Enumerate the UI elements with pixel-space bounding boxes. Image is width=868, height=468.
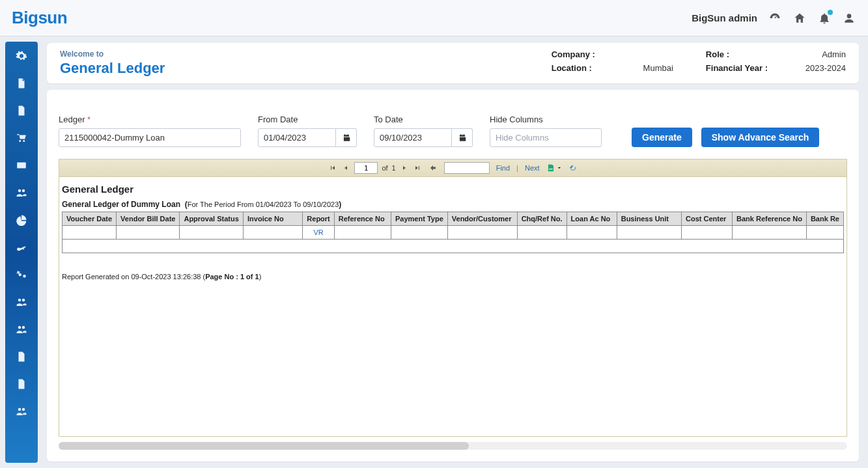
table-cell xyxy=(63,226,117,240)
sidebar xyxy=(5,42,38,463)
filter-buttons: Generate Show Advance Search xyxy=(632,128,819,147)
cart-icon[interactable] xyxy=(15,131,28,145)
column-header: Voucher Date xyxy=(63,212,117,226)
to-date-label: To Date xyxy=(374,115,473,124)
find-next-link[interactable]: Next xyxy=(525,164,540,172)
from-date-input[interactable] xyxy=(258,128,336,147)
card-icon[interactable] xyxy=(15,159,28,172)
table-cell xyxy=(117,226,180,240)
from-date-label: From Date xyxy=(258,115,357,124)
column-header: Bank Reference No xyxy=(733,212,807,226)
column-header: Chq/Ref No. xyxy=(517,212,567,226)
table-cell xyxy=(63,240,844,253)
topbar: Bigsun BigSun admin xyxy=(0,0,868,36)
calendar-icon xyxy=(342,133,351,143)
doc2-icon[interactable] xyxy=(15,350,28,363)
ledger-field: Ledger * xyxy=(59,115,241,147)
export-button[interactable] xyxy=(546,163,562,172)
report-pager: of 1 xyxy=(328,162,421,174)
document-icon[interactable] xyxy=(15,104,28,117)
column-header: Vendor/Customer xyxy=(447,212,517,226)
column-header: Report xyxy=(303,212,334,226)
show-advance-search-button[interactable]: Show Advance Search xyxy=(701,128,820,147)
ledger-label: Ledger * xyxy=(59,115,241,124)
first-page-icon[interactable] xyxy=(328,163,337,172)
table-row: VR xyxy=(63,226,844,240)
doc3-icon[interactable] xyxy=(15,378,28,391)
page-number-input[interactable] xyxy=(354,162,378,174)
from-date-picker-button[interactable] xyxy=(336,128,357,147)
table-cell xyxy=(567,226,617,240)
brand-logo: Bigsun xyxy=(12,8,67,28)
header-panel: Welcome to General Ledger Company : Role… xyxy=(47,43,859,83)
user-icon[interactable] xyxy=(842,11,856,25)
topbar-right: BigSun admin xyxy=(692,11,856,25)
hide-columns-input[interactable] xyxy=(490,128,602,147)
table-cell xyxy=(180,226,244,240)
location-value: Mumbai xyxy=(628,63,673,73)
report-title: General Ledger xyxy=(59,184,847,200)
users3-icon[interactable] xyxy=(15,323,28,336)
bell-icon[interactable] xyxy=(817,11,832,25)
table-cell xyxy=(617,226,681,240)
calendar-icon xyxy=(458,133,467,143)
fy-label: Financial Year : xyxy=(706,63,768,73)
table-cell xyxy=(447,226,517,240)
username: BigSun admin xyxy=(692,12,757,23)
users2-icon[interactable] xyxy=(15,296,28,309)
fy-value: 2023-2024 xyxy=(800,63,846,73)
of-label: of xyxy=(382,164,387,172)
page-heading-block: Welcome to General Ledger xyxy=(60,49,165,77)
last-page-icon[interactable] xyxy=(413,163,422,172)
file-icon[interactable] xyxy=(15,77,28,90)
generate-button[interactable]: Generate xyxy=(632,128,692,147)
gear-icon[interactable] xyxy=(15,49,28,62)
ledger-input[interactable] xyxy=(59,128,241,147)
horizontal-scrollbar[interactable] xyxy=(59,442,847,450)
table-cell xyxy=(733,226,807,240)
to-date-picker-button[interactable] xyxy=(452,128,473,147)
loan-icon[interactable] xyxy=(15,241,28,254)
to-date-field: To Date xyxy=(374,115,473,147)
table-cell xyxy=(681,226,732,240)
page-title: General Ledger xyxy=(60,60,165,77)
role-value: Admin xyxy=(800,49,846,59)
prev-page-icon[interactable] xyxy=(341,163,350,172)
scrollbar-thumb[interactable] xyxy=(59,442,469,450)
filter-row: Ledger * From Date To Date xyxy=(59,115,847,147)
find-input[interactable] xyxy=(444,162,490,174)
to-date-input[interactable] xyxy=(374,128,452,147)
column-header: Invoice No xyxy=(244,212,303,226)
location-label: Location : xyxy=(552,63,595,73)
column-header: Vendor Bill Date xyxy=(117,212,180,226)
refresh-icon[interactable] xyxy=(568,163,578,172)
dashboard-icon[interactable] xyxy=(768,11,782,25)
column-header: Bank Re xyxy=(806,212,843,226)
cogs-icon[interactable] xyxy=(15,268,28,281)
content-panel: Ledger * From Date To Date xyxy=(47,90,859,461)
report-footer: Report Generated on 09-Oct-2023 13:26:38… xyxy=(59,253,847,281)
users-icon[interactable] xyxy=(15,186,28,199)
report-body: General Ledger General Ledger of Dummy L… xyxy=(59,177,847,437)
meta-grid: Company : Role : Admin Location : Mumbai… xyxy=(552,49,846,73)
users4-icon[interactable] xyxy=(15,405,28,418)
company-label: Company : xyxy=(552,49,595,59)
table-cell xyxy=(391,226,448,240)
report-subtitle: General Ledger of Dummy Loan (For The Pe… xyxy=(59,200,847,212)
table-cell xyxy=(517,226,567,240)
hide-columns-label: Hide Columns xyxy=(490,115,602,124)
from-date-field: From Date xyxy=(258,115,357,147)
table-cell xyxy=(334,226,391,240)
column-header: Reference No xyxy=(334,212,391,226)
column-header: Cost Center xyxy=(681,212,732,226)
find-link[interactable]: Find xyxy=(496,164,510,172)
column-header: Payment Type xyxy=(391,212,448,226)
column-header: Approval Status xyxy=(180,212,244,226)
hide-columns-field: Hide Columns xyxy=(490,115,602,147)
home-icon[interactable] xyxy=(792,11,807,25)
back-icon[interactable] xyxy=(428,163,438,172)
total-pages: 1 xyxy=(392,164,396,172)
next-page-icon[interactable] xyxy=(400,163,409,172)
pie-icon[interactable] xyxy=(15,213,28,227)
column-header: Loan Ac No xyxy=(567,212,617,226)
